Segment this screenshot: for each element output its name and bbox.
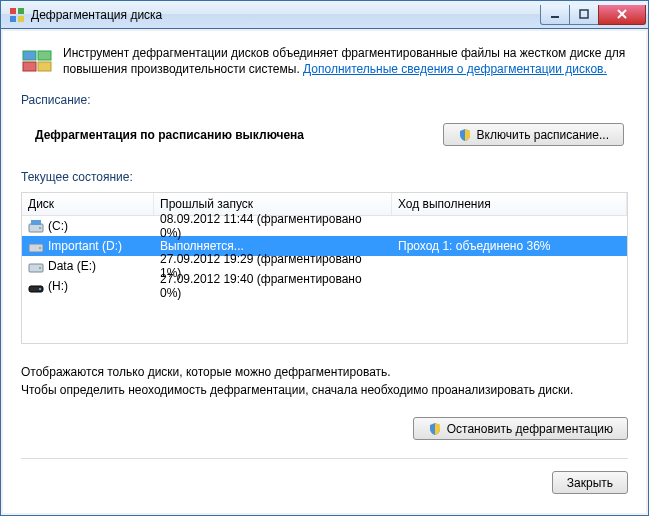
titlebar: Дефрагментация диска — [1, 1, 648, 29]
progress — [392, 256, 627, 276]
close-dialog-button[interactable]: Закрыть — [552, 471, 628, 494]
content-area: Инструмент дефрагментации дисков объедин… — [3, 31, 646, 513]
disk-table: Диск Прошлый запуск Ход выполнения (C:)0… — [21, 192, 628, 344]
window-controls — [541, 5, 646, 25]
svg-rect-4 — [551, 16, 559, 18]
svg-rect-6 — [23, 51, 36, 60]
hint-line: Отображаются только диски, которые можно… — [21, 364, 628, 381]
svg-point-12 — [39, 227, 41, 229]
close-button[interactable] — [598, 5, 646, 25]
drive-icon — [28, 258, 44, 274]
intro: Инструмент дефрагментации дисков объедин… — [21, 45, 628, 77]
app-icon — [9, 7, 25, 23]
drive-icon — [28, 238, 44, 254]
table-row[interactable]: (C:)08.09.2012 11:44 (фрагментировано 0%… — [22, 216, 627, 236]
svg-rect-3 — [18, 16, 24, 22]
disk-name: (H:) — [48, 279, 68, 293]
progress: Проход 1: объединено 36% — [392, 236, 627, 256]
drive-icon — [28, 218, 44, 234]
shield-icon — [428, 422, 442, 436]
disk-name: Important (D:) — [48, 239, 122, 253]
svg-point-16 — [39, 267, 41, 269]
intro-text: Инструмент дефрагментации дисков объедин… — [63, 45, 628, 77]
table-row[interactable]: (H:)27.09.2012 19:40 (фрагментировано 0%… — [22, 276, 627, 296]
disk-name: (C:) — [48, 219, 68, 233]
shield-icon — [458, 128, 472, 142]
minimize-button[interactable] — [540, 5, 570, 25]
svg-rect-7 — [38, 51, 51, 60]
window-title: Дефрагментация диска — [31, 8, 541, 22]
col-disk[interactable]: Диск — [22, 193, 154, 215]
schedule-section-label: Расписание: — [21, 93, 628, 107]
learn-more-link[interactable]: Дополнительные сведения о дефрагментации… — [303, 62, 607, 76]
dialog-footer: Закрыть — [21, 458, 628, 494]
defrag-icon — [21, 45, 53, 77]
svg-rect-8 — [23, 62, 36, 71]
table-body: (C:)08.09.2012 11:44 (фрагментировано 0%… — [22, 216, 627, 296]
enable-schedule-label: Включить расписание... — [477, 128, 609, 142]
state-section-label: Текущее состояние: — [21, 170, 628, 184]
hint-line: Чтобы определить неоходимость дефрагмент… — [21, 382, 628, 399]
stop-defrag-button[interactable]: Остановить дефрагментацию — [413, 417, 628, 440]
schedule-status: Дефрагментация по расписанию выключена — [35, 128, 304, 142]
window: Дефрагментация диска Инструмент дефрагме… — [0, 0, 649, 516]
svg-point-14 — [39, 247, 41, 249]
last-run: 27.09.2012 19:40 (фрагментировано 0%) — [154, 276, 392, 296]
svg-rect-5 — [580, 10, 588, 18]
col-progress[interactable]: Ход выполнения — [392, 193, 627, 215]
progress — [392, 216, 627, 236]
enable-schedule-button[interactable]: Включить расписание... — [443, 123, 624, 146]
last-run: 08.09.2012 11:44 (фрагментировано 0%) — [154, 216, 392, 236]
svg-rect-11 — [31, 220, 41, 225]
svg-rect-0 — [10, 8, 16, 14]
stop-defrag-label: Остановить дефрагментацию — [447, 422, 613, 436]
schedule-row: Дефрагментация по расписанию выключена В… — [21, 115, 628, 170]
svg-rect-9 — [38, 62, 51, 71]
hints: Отображаются только диски, которые можно… — [21, 364, 628, 399]
progress — [392, 276, 627, 296]
svg-rect-1 — [18, 8, 24, 14]
disk-name: Data (E:) — [48, 259, 96, 273]
action-row: Остановить дефрагментацию — [21, 417, 628, 440]
maximize-button[interactable] — [569, 5, 599, 25]
svg-rect-2 — [10, 16, 16, 22]
drive-icon — [28, 278, 44, 294]
svg-point-18 — [39, 288, 41, 290]
